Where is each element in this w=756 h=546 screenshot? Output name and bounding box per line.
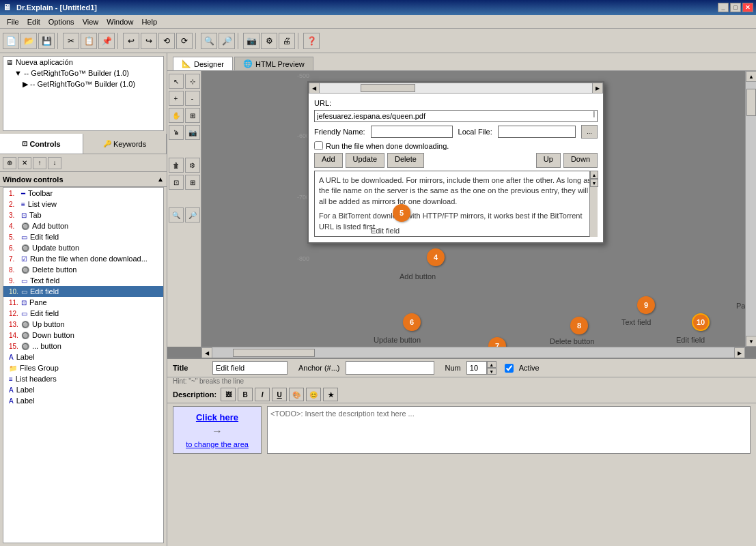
ctrl-item-edit-field-12[interactable]: 12. ▭ Edit field <box>3 308 163 319</box>
menu-file[interactable]: File <box>3 16 23 27</box>
ctrl-up[interactable]: ↑ <box>33 157 46 169</box>
vscroll-down[interactable]: ▼ <box>746 336 756 347</box>
run-when-done-checkbox[interactable] <box>314 141 323 150</box>
ctrl-item-text-field[interactable]: 9. ▭ Text field <box>3 275 163 286</box>
desc-underline-btn[interactable]: U <box>272 388 287 401</box>
tb-undo[interactable]: ↩ <box>123 33 139 49</box>
num-input[interactable] <box>466 361 487 375</box>
tb-help[interactable]: ❓ <box>303 33 320 49</box>
tree-item-2[interactable]: ▶ -- GetRightToGo™ Builder (1.0) <box>3 78 163 90</box>
ctrl-down[interactable]: ↓ <box>48 157 61 169</box>
ctrl-item-tab[interactable]: 3. ⊡ Tab <box>3 210 163 220</box>
tb-redo[interactable]: ↪ <box>141 33 157 49</box>
desc-scroll-down[interactable]: ▼ <box>590 179 598 187</box>
ctrl-item-update-button[interactable]: 6. 🔘 Update button <box>3 242 163 253</box>
canvas-hscroll-right[interactable]: ▶ <box>734 347 745 358</box>
tool-delete[interactable]: 🗑 <box>169 158 184 173</box>
ctrl-item-pane[interactable]: 11. ⊡ Pane <box>3 297 163 308</box>
annotation-4[interactable]: 4 <box>427 248 445 266</box>
ctrl-item-down-button[interactable]: 14. 🔘 Down button <box>3 330 163 341</box>
update-button[interactable]: Update <box>346 153 384 168</box>
ctrl-item-list-headers[interactable]: ≡ List headers <box>3 373 163 384</box>
ctrl-item-label3[interactable]: A Label <box>3 395 163 406</box>
maximize-button[interactable]: □ <box>730 3 741 12</box>
desc-text-area[interactable]: <TODO>: Insert the description text here… <box>267 406 751 454</box>
menu-view[interactable]: View <box>79 16 103 27</box>
ctrl-item-listview[interactable]: 2. ≡ List view <box>3 199 163 210</box>
desc-smiley-btn[interactable]: 😊 <box>306 388 321 401</box>
url-input[interactable] <box>314 110 598 122</box>
tb-cut[interactable]: ✂ <box>63 33 79 49</box>
tab-html-preview[interactable]: 🌐 HTML Preview <box>234 57 313 70</box>
down-button[interactable]: Down <box>563 153 598 168</box>
tb-save[interactable]: 💾 <box>38 33 55 49</box>
anchor-input[interactable] <box>346 361 434 375</box>
tool-zoom-out2[interactable]: 🔎 <box>185 207 200 222</box>
canvas-hscroll-thumb[interactable] <box>233 349 315 357</box>
scroll-up-btn[interactable]: ▲ <box>157 175 164 183</box>
tb-redo2[interactable]: ⟳ <box>176 33 193 49</box>
tool-select[interactable]: ↖ <box>169 74 184 89</box>
local-input[interactable] <box>498 126 576 138</box>
tb-new[interactable]: 📄 <box>3 33 19 49</box>
desc-color-btn[interactable]: 🎨 <box>289 388 304 401</box>
ctrl-item-files-group[interactable]: 📁 Files Group <box>3 362 163 373</box>
annotation-10[interactable]: 10 <box>692 313 710 331</box>
add-button[interactable]: Add <box>314 153 343 168</box>
ctrl-item-dots-button[interactable]: 15. 🔘 ... button <box>3 341 163 351</box>
ctrl-item-edit-field-5[interactable]: 5. ▭ Edit field <box>3 231 163 242</box>
tool-capture[interactable]: 📷 <box>185 125 200 140</box>
tb-settings[interactable]: ⚙ <box>261 33 277 49</box>
desc-bold-btn[interactable]: B <box>238 388 253 401</box>
tool-grid[interactable]: ⊞ <box>185 108 200 123</box>
tb-zoom-out[interactable]: 🔎 <box>219 33 235 49</box>
num-up[interactable]: ▲ <box>487 361 496 368</box>
ctrl-item-edit-field-10[interactable]: 10. ▭ Edit field <box>3 286 163 297</box>
ctrl-item-run-file[interactable]: 7. ☑ Run the file when done download... <box>3 253 163 264</box>
num-down[interactable]: ▼ <box>487 368 496 375</box>
menu-window[interactable]: Window <box>102 16 137 27</box>
tool-zoom-fit[interactable]: ⊞ <box>185 175 200 190</box>
ctrl-item-up-button[interactable]: 13. 🔘 Up button <box>3 319 163 330</box>
canvas-hscroll-left[interactable]: ◀ <box>201 347 212 358</box>
vscroll-up[interactable]: ▲ <box>746 71 756 82</box>
tool-cursor-select[interactable]: ⊡ <box>169 175 184 190</box>
annotation-7[interactable]: 7 <box>488 337 506 347</box>
ctrl-item-label2[interactable]: A Label <box>3 384 163 395</box>
annotation-6[interactable]: 6 <box>403 313 421 331</box>
controls-list[interactable]: 1. ━ Toolbar 2. ≡ List view 3. ⊡ Tab 4. … <box>3 187 164 543</box>
preview-change-link[interactable]: to change the area <box>183 437 251 451</box>
tab-controls[interactable]: ⊡ Controls <box>0 134 83 154</box>
ctrl-add[interactable]: ⊕ <box>3 157 16 169</box>
active-checkbox[interactable] <box>505 364 514 373</box>
ctrl-delete[interactable]: ✕ <box>18 157 31 169</box>
friendly-input[interactable] <box>371 126 453 138</box>
menu-help[interactable]: Help <box>137 16 161 27</box>
menu-options[interactable]: Options <box>44 16 79 27</box>
tool-select2[interactable]: ⊹ <box>185 74 200 89</box>
close-button[interactable]: ✕ <box>742 3 753 12</box>
tree-item-1[interactable]: ▼ -- GetRightToGo™ Builder (1.0) <box>3 68 163 78</box>
up-button[interactable]: Up <box>536 153 561 168</box>
tool-zoom-in[interactable]: + <box>169 91 184 106</box>
desc-special-btn[interactable]: ★ <box>323 388 338 401</box>
annotation-5[interactable]: 5 <box>393 204 410 222</box>
tool-add-ctrl[interactable]: 🖱 <box>169 125 184 140</box>
tool-zoom-out[interactable]: - <box>185 91 200 106</box>
tab-designer[interactable]: 📐 Designer <box>173 57 233 70</box>
menu-edit[interactable]: Edit <box>23 16 44 27</box>
tb-capture[interactable]: 📷 <box>243 33 260 49</box>
tab-keywords[interactable]: 🔑 Keywords <box>83 134 167 154</box>
tool-zoom-in2[interactable]: 🔍 <box>169 207 184 222</box>
tb-undo2[interactable]: ⟲ <box>158 33 175 49</box>
desc-scroll-up[interactable]: ▲ <box>590 171 598 179</box>
preview-click-link[interactable]: Click here <box>193 410 241 425</box>
desc-italic-btn[interactable]: I <box>255 388 270 401</box>
desc-img-btn[interactable]: 🖼 <box>221 388 236 401</box>
tb-zoom-in[interactable]: 🔍 <box>201 33 217 49</box>
tool-pan[interactable]: ✋ <box>169 108 184 123</box>
ctrl-item-delete-button[interactable]: 8. 🔘 Delete button <box>3 264 163 275</box>
minimize-button[interactable]: _ <box>718 3 729 12</box>
title-input[interactable] <box>212 361 288 375</box>
annotation-9[interactable]: 9 <box>637 296 655 314</box>
